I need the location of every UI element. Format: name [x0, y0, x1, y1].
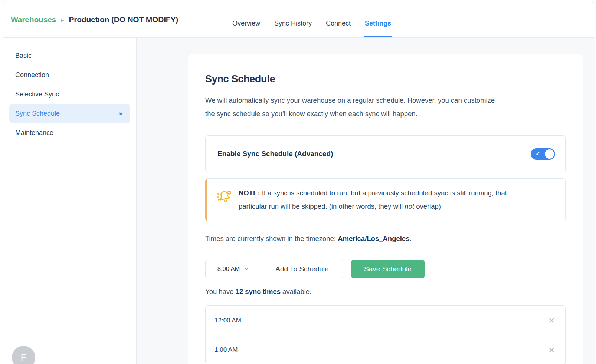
tab-overview[interactable]: Overview — [232, 20, 261, 37]
availability-count: 12 sync times — [236, 288, 281, 295]
close-icon[interactable]: ✕ — [548, 317, 555, 324]
breadcrumb-warehouses-link[interactable]: Warehouses — [11, 15, 56, 24]
add-to-schedule-button[interactable]: Add To Schedule — [261, 260, 343, 278]
save-schedule-button[interactable]: Save Schedule — [351, 260, 425, 278]
main-content-area: Sync Schedule We will automatically sync… — [137, 38, 595, 364]
sync-schedule-card: Sync Schedule We will automatically sync… — [188, 54, 583, 364]
check-icon: ✓ — [536, 151, 540, 157]
timezone-value: America/Los_Angeles — [338, 235, 409, 242]
sidebar-item-label: Connection — [15, 71, 49, 79]
breadcrumb: Warehouses ▸ Production (DO NOT MODIFY) — [11, 15, 178, 24]
sync-time-value: 1:00 AM — [215, 346, 238, 354]
tab-settings[interactable]: Settings — [364, 20, 392, 37]
breadcrumb-separator-icon: ▸ — [61, 17, 63, 23]
settings-sidebar: Basic Connection Selective Sync Sync Sch… — [3, 38, 137, 364]
note-italic-word: not — [405, 202, 414, 210]
app-window: Warehouses ▸ Production (DO NOT MODIFY) … — [3, 1, 595, 364]
sidebar-item-label: Selective Sync — [15, 90, 59, 98]
availability-prefix: You have — [205, 288, 236, 295]
close-icon[interactable]: ✕ — [548, 346, 555, 354]
enable-toggle-label: Enable Sync Schedule (Advanced) — [217, 150, 333, 158]
toggle-knob — [545, 149, 554, 159]
chevron-right-icon: ▶ — [120, 111, 123, 116]
sidebar-item-label: Maintenance — [15, 129, 53, 137]
sync-time-value: 12:00 AM — [215, 317, 241, 324]
timezone-suffix: . — [409, 235, 411, 242]
sidebar-item-label: Sync Schedule — [15, 110, 60, 118]
sync-times-list: 12:00 AM ✕ 1:00 AM ✕ — [205, 305, 566, 364]
sidebar-item-selective-sync[interactable]: Selective Sync — [9, 85, 130, 104]
schedule-description: We will automatically sync your warehous… — [205, 94, 504, 120]
time-select[interactable]: 8:00 AM — [205, 260, 261, 278]
note-label: NOTE: — [239, 189, 260, 197]
sync-time-row: 12:00 AM ✕ — [206, 306, 565, 335]
tab-bar: Overview Sync History Connect Settings — [232, 1, 392, 37]
user-avatar[interactable]: F — [12, 346, 35, 364]
breadcrumb-current-page: Production (DO NOT MODIFY) — [69, 15, 178, 24]
bell-icon — [216, 189, 233, 207]
tab-sync-history[interactable]: Sync History — [274, 20, 312, 37]
timezone-prefix: Times are currently shown in the timezon… — [205, 235, 338, 242]
sidebar-item-basic[interactable]: Basic — [9, 46, 130, 65]
availability-suffix: available. — [281, 288, 311, 295]
sidebar-item-maintenance[interactable]: Maintenance — [9, 123, 130, 142]
note-body-end: overlap) — [414, 202, 441, 210]
sidebar-item-connection[interactable]: Connection — [9, 65, 130, 85]
note-text: NOTE: If a sync is scheduled to run, but… — [239, 186, 536, 213]
sidebar-item-label: Basic — [15, 52, 32, 60]
note-callout: NOTE: If a sync is scheduled to run, but… — [205, 178, 566, 221]
tab-connect[interactable]: Connect — [325, 20, 351, 37]
timezone-line: Times are currently shown in the timezon… — [205, 235, 566, 243]
time-select-value: 8:00 AM — [217, 265, 240, 272]
chevron-down-icon — [244, 267, 249, 271]
sidebar-item-sync-schedule[interactable]: Sync Schedule ▶ — [9, 104, 130, 123]
enable-sync-schedule-row: Enable Sync Schedule (Advanced) ✓ — [205, 135, 566, 172]
sync-time-row: 1:00 AM ✕ — [206, 335, 565, 364]
page-title: Sync Schedule — [205, 73, 566, 85]
page-header: Warehouses ▸ Production (DO NOT MODIFY) … — [3, 1, 595, 38]
enable-sync-toggle[interactable]: ✓ — [531, 148, 555, 160]
schedule-controls: 8:00 AM Add To Schedule Save Schedule — [205, 260, 566, 278]
page-body: Basic Connection Selective Sync Sync Sch… — [3, 38, 595, 364]
note-body: If a sync is scheduled to run, but a pre… — [239, 189, 507, 210]
availability-line: You have 12 sync times available. — [205, 288, 566, 296]
